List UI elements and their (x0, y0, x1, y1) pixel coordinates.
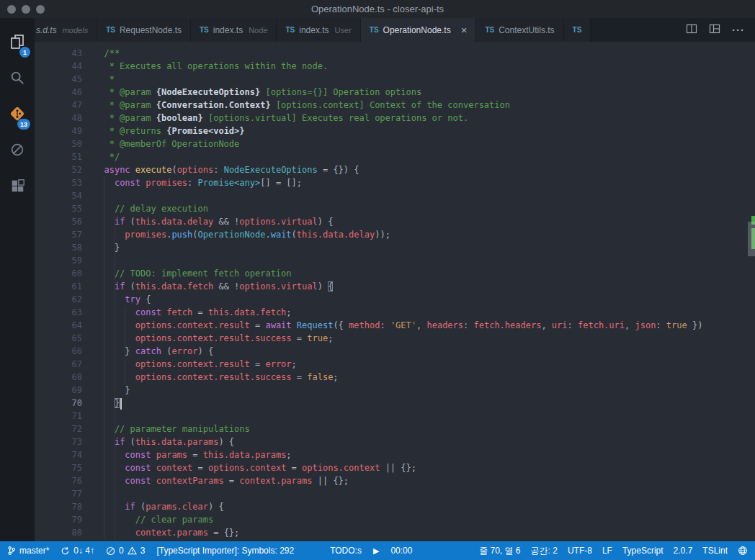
toggle-layout-button[interactable] (709, 23, 720, 37)
code-line[interactable]: 46 * @param {NodeExecuteOptions} [option… (35, 86, 755, 99)
line-number[interactable]: 72 (35, 423, 94, 435)
line-number[interactable]: 51 (35, 150, 94, 163)
timer-play-button[interactable]: ▶ (373, 546, 379, 556)
tab-requestnode[interactable]: TSRequestNode.ts (97, 18, 191, 42)
tab-index-node[interactable]: TSindex.tsNode (191, 18, 277, 42)
problems-indicator[interactable]: 03 (106, 546, 145, 556)
code-line[interactable]: 47 * @param {Conversation.Context} [opti… (35, 99, 755, 112)
line-number[interactable]: 67 (35, 358, 94, 371)
line-number[interactable]: 47 (35, 99, 94, 112)
code-line[interactable]: 50 * @memberOf OperationNode (35, 137, 755, 150)
eol-status[interactable]: LF (602, 546, 612, 556)
code-line[interactable]: 75 const context = options.context = opt… (35, 461, 755, 474)
language-status[interactable]: TypeScript (622, 546, 664, 556)
code-line[interactable]: 44 * Executes all operations within the … (35, 60, 755, 73)
typescript-importer-status[interactable]: [TypeScript Importer]: Symbols: 292 (156, 546, 294, 556)
line-number[interactable]: 74 (35, 448, 94, 461)
line-number[interactable]: 44 (35, 60, 94, 73)
activity-extensions[interactable] (0, 169, 35, 205)
line-number[interactable]: 71 (35, 410, 94, 423)
todo-status[interactable]: TODO:s (330, 546, 362, 556)
code-line[interactable]: 71 (35, 410, 755, 423)
feedback-globe[interactable] (738, 546, 748, 556)
line-number[interactable]: 52 (35, 163, 94, 176)
code-line[interactable]: 56 if (this.data.delay && !options.virtu… (35, 215, 755, 228)
code-line[interactable]: 70 } (35, 397, 755, 410)
code-line[interactable]: 62 try { (35, 293, 755, 306)
tab-index-user[interactable]: TSindex.tsUser (277, 18, 360, 42)
code-line[interactable]: 49 * @returns {Promise<void>} (35, 125, 755, 137)
code-line[interactable]: 78 if (params.clear) { (35, 500, 755, 513)
tab-contextutils[interactable]: TSContextUtils.ts (476, 18, 563, 42)
tslint-status[interactable]: TSLint (702, 546, 728, 556)
line-number[interactable]: 63 (35, 306, 94, 319)
line-number[interactable]: 77 (35, 487, 94, 500)
window-zoom-button[interactable] (36, 5, 45, 14)
line-number[interactable]: 80 (35, 526, 94, 539)
cursor-position[interactable]: 줄 70, 열 6 (479, 545, 520, 557)
line-number[interactable]: 60 (35, 267, 94, 280)
sync-indicator[interactable]: 0↓ 4↑ (61, 546, 94, 556)
activity-debug[interactable] (0, 133, 35, 169)
line-number[interactable]: 56 (35, 215, 94, 228)
line-number[interactable]: 58 (35, 241, 94, 254)
code-line[interactable]: 58 } (35, 241, 755, 254)
line-number[interactable]: 45 (35, 73, 94, 86)
code-line[interactable]: 68 options.context.result.success = fals… (35, 371, 755, 384)
activity-source-control[interactable]: 13 (0, 97, 35, 133)
line-number[interactable]: 55 (35, 202, 94, 215)
code-line[interactable]: 60 // TODO: implement fetch operation (35, 267, 755, 280)
code-line[interactable]: 51 */ (35, 150, 755, 163)
editor[interactable]: 43 /**44 * Executes all operations withi… (35, 42, 755, 541)
line-number[interactable]: 65 (35, 332, 94, 345)
code-line[interactable]: 55 // delay execution (35, 202, 755, 215)
encoding-status[interactable]: UTF-8 (568, 546, 592, 556)
tab-clipped[interactable]: TS (564, 18, 591, 42)
code-line[interactable]: 67 options.context.result = error; (35, 358, 755, 371)
line-number[interactable]: 54 (35, 189, 94, 202)
close-icon[interactable]: × (461, 24, 468, 35)
split-editor-button[interactable] (686, 23, 697, 37)
code-line[interactable]: 74 const params = this.data.params; (35, 448, 755, 461)
code-line[interactable]: 72 // parameter manipulations (35, 423, 755, 435)
code-line[interactable]: 79 // clear params (35, 513, 755, 526)
code-line[interactable]: 69 } (35, 384, 755, 397)
code-line[interactable]: 64 options.context.result = await Reques… (35, 319, 755, 332)
code-line[interactable]: 57 promises.push(OperationNode.wait(this… (35, 228, 755, 241)
line-number[interactable]: 66 (35, 345, 94, 358)
line-number[interactable]: 64 (35, 319, 94, 332)
line-number[interactable]: 57 (35, 228, 94, 241)
activity-search[interactable] (0, 61, 35, 97)
line-number[interactable]: 53 (35, 176, 94, 189)
line-number[interactable]: 70 (35, 397, 94, 410)
code-line[interactable]: 59 (35, 254, 755, 267)
ts-version-status[interactable]: 2.0.7 (674, 546, 693, 556)
line-number[interactable]: 68 (35, 371, 94, 384)
line-number[interactable]: 50 (35, 137, 94, 150)
code-line[interactable]: 66 } catch (error) { (35, 345, 755, 358)
vertical-scrollbar[interactable] (748, 222, 755, 256)
code-line[interactable]: 54 (35, 189, 755, 202)
timer-display[interactable]: 00:00 (390, 546, 412, 556)
line-number[interactable]: 48 (35, 112, 94, 125)
code-line[interactable]: 77 (35, 487, 755, 500)
line-number[interactable]: 49 (35, 125, 94, 137)
line-number[interactable]: 62 (35, 293, 94, 306)
tab-models-dts[interactable]: s.d.tsmodels (35, 18, 97, 42)
code-line[interactable]: 63 const fetch = this.data.fetch; (35, 306, 755, 319)
line-number[interactable]: 69 (35, 384, 94, 397)
indentation-status[interactable]: 공간: 2 (531, 545, 558, 557)
line-number[interactable]: 79 (35, 513, 94, 526)
line-number[interactable]: 46 (35, 86, 94, 99)
tab-operationnode[interactable]: TSOperationNode.ts× (361, 18, 477, 42)
more-actions-button[interactable]: ··· (732, 24, 745, 37)
code-line[interactable]: 80 context.params = {}; (35, 526, 755, 539)
line-number[interactable]: 76 (35, 474, 94, 487)
window-minimize-button[interactable] (22, 5, 30, 14)
code-line[interactable]: 73 if (this.data.params) { (35, 435, 755, 448)
code-line[interactable]: 76 const contextParams = context.params … (35, 474, 755, 487)
line-number[interactable]: 59 (35, 254, 94, 267)
line-number[interactable]: 43 (35, 47, 94, 60)
line-number[interactable]: 75 (35, 461, 94, 474)
code-line[interactable]: 45 * (35, 73, 755, 86)
